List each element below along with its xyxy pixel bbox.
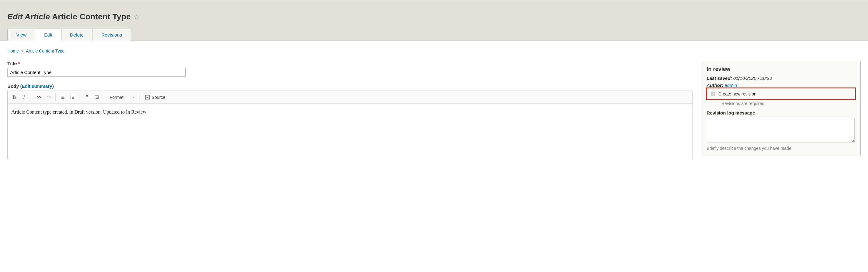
revision-log-textarea[interactable] — [707, 118, 855, 142]
edit-summary-link[interactable]: Edit summary — [22, 83, 52, 89]
header-region: Edit Article Article Content Type ☆ View… — [0, 0, 868, 40]
page-title: Edit Article Article Content Type ☆ — [7, 12, 861, 22]
italic-button[interactable]: I — [19, 93, 29, 102]
format-dropdown[interactable]: Format ▾ — [107, 95, 137, 100]
revision-log-label: Revision log message — [707, 110, 855, 115]
status-heading: In review — [707, 66, 855, 72]
unlink-button — [44, 93, 53, 102]
content-wrap: Home » Article Content Type Title * Body… — [0, 40, 868, 166]
image-button[interactable] — [92, 93, 101, 102]
bold-button[interactable]: B — [9, 93, 19, 102]
toolbar-sep — [80, 93, 80, 101]
last-saved-label: Last saved: — [707, 75, 732, 81]
required-marker: * — [18, 61, 20, 66]
source-label: Source — [152, 95, 165, 100]
svg-point-13 — [96, 96, 96, 97]
editor-toolbar: B I 123 — [8, 91, 692, 104]
sidebar: In review Last saved: 01/10/2020 - 20:23… — [701, 61, 861, 156]
last-saved-value: 01/10/2020 - 20:23 — [733, 75, 772, 81]
svg-rect-10 — [72, 97, 74, 97]
source-icon: ➜ — [145, 95, 150, 99]
body-label: Body (Edit summary) — [7, 83, 693, 89]
author-link[interactable]: admin — [724, 82, 737, 88]
tab-revisions[interactable]: Revisions — [93, 29, 131, 40]
breadcrumb-current[interactable]: Article Content Type — [26, 48, 65, 54]
chevron-down-icon: ▾ — [132, 96, 134, 99]
page-title-text: Edit Article Article Content Type — [7, 12, 131, 22]
svg-point-1 — [61, 97, 61, 97]
toolbar-sep — [31, 93, 31, 101]
link-button[interactable] — [34, 93, 43, 102]
tab-edit[interactable]: Edit — [35, 29, 61, 40]
blockquote-button[interactable]: ” — [82, 93, 92, 102]
revisions-required-text: Revisions are required. — [707, 101, 855, 106]
page-title-main: Article Content Type — [52, 12, 131, 21]
svg-point-0 — [61, 96, 61, 96]
toolbar-sep — [140, 93, 140, 101]
page-title-prefix: Edit Article — [7, 12, 50, 21]
editor-body[interactable]: Article Content type created, in Draft v… — [8, 104, 692, 159]
svg-rect-11 — [72, 98, 74, 99]
author-label: Author: — [707, 82, 723, 88]
format-label: Format — [110, 95, 123, 100]
title-input[interactable] — [7, 68, 186, 77]
numbered-list-button[interactable]: 123 — [68, 93, 77, 102]
svg-point-2 — [61, 98, 61, 99]
author-line: Author: admin — [707, 82, 855, 88]
tabs: View Edit Delete Revisions — [7, 29, 861, 40]
main-column: Title * Body (Edit summary) B I — [7, 61, 693, 159]
toolbar-sep — [104, 93, 104, 101]
revision-log-help: Briefly describe the changes you have ma… — [707, 146, 855, 151]
breadcrumb-sep: » — [21, 48, 24, 54]
svg-rect-4 — [62, 97, 64, 97]
title-label: Title * — [7, 61, 693, 66]
source-button[interactable]: ➜ Source — [142, 95, 168, 100]
editor-wrap: B I 123 — [7, 91, 693, 159]
body-label-text: Body — [7, 83, 19, 89]
layout-columns: Title * Body (Edit summary) B I — [7, 61, 861, 159]
create-revision-row: Create new revision — [706, 88, 856, 100]
svg-text:3: 3 — [70, 98, 71, 99]
last-saved: Last saved: 01/10/2020 - 20:23 — [707, 75, 855, 81]
bullet-list-button[interactable] — [58, 93, 67, 102]
create-revision-checkbox — [711, 92, 715, 96]
tab-view[interactable]: View — [7, 29, 35, 40]
tab-delete[interactable]: Delete — [61, 29, 93, 40]
breadcrumb-home[interactable]: Home — [7, 48, 19, 54]
create-revision-label: Create new revision — [718, 92, 756, 96]
svg-rect-5 — [62, 98, 64, 99]
breadcrumb: Home » Article Content Type — [7, 48, 861, 54]
title-label-text: Title — [7, 61, 17, 66]
star-icon[interactable]: ☆ — [134, 13, 140, 21]
toolbar-sep — [55, 93, 56, 101]
